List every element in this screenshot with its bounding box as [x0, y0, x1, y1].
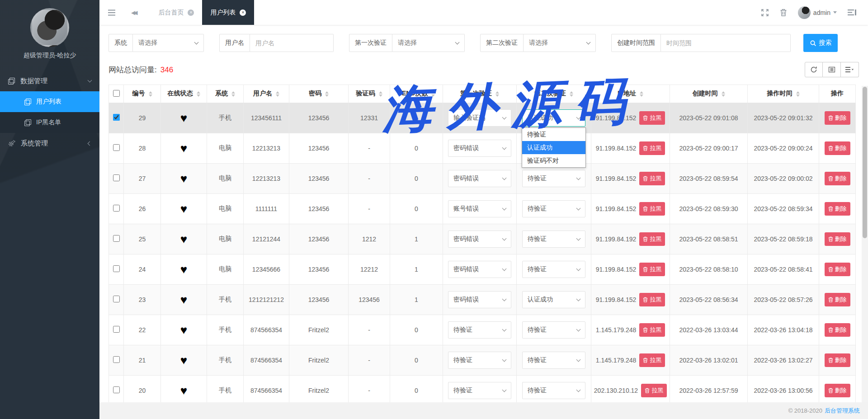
column-header[interactable]: 操作时间 — [748, 85, 819, 103]
hamburger-menu-icon[interactable] — [108, 9, 116, 16]
row-checkbox[interactable] — [113, 326, 120, 333]
delete-button[interactable]: 删除 — [825, 232, 850, 246]
sort-icon[interactable] — [149, 91, 152, 97]
row-checkbox[interactable] — [113, 174, 120, 181]
user-avatar[interactable] — [30, 8, 69, 47]
sort-icon[interactable] — [231, 91, 235, 97]
second-verify-status-select[interactable]: 待验证 — [522, 170, 585, 187]
refresh-button[interactable] — [805, 62, 823, 77]
column-header[interactable]: 验证码 — [349, 85, 390, 103]
close-icon[interactable]: × — [188, 9, 194, 16]
second-verify-status-select[interactable]: 待验证 — [522, 352, 585, 369]
first-verify-status-select[interactable]: 账号错误 — [448, 200, 511, 217]
trash-icon[interactable] — [780, 9, 787, 16]
first-verify-status-select[interactable]: 密码错误 — [448, 140, 511, 157]
sidebar-item-ip-blacklist[interactable]: IP黑名单 — [0, 112, 99, 133]
first-verify-status-select[interactable]: 密码错误 — [448, 261, 511, 278]
delete-button[interactable]: 删除 — [825, 323, 850, 337]
dropdown-option[interactable]: 认证成功 — [522, 141, 585, 154]
blacklist-button[interactable]: 拉黑 — [639, 172, 665, 185]
first-verify-status-select[interactable]: 密码错误 — [448, 231, 511, 248]
blacklist-button[interactable]: 拉黑 — [639, 232, 665, 246]
columns-menu-button[interactable] — [841, 62, 859, 77]
delete-button[interactable]: 删除 — [825, 111, 850, 125]
blacklist-button[interactable]: 拉黑 — [641, 384, 667, 397]
column-header[interactable]: 操作 — [819, 85, 856, 103]
user-menu[interactable]: admin — [798, 6, 837, 19]
close-icon[interactable]: × — [240, 9, 246, 16]
scrollbar-track[interactable] — [862, 86, 868, 402]
column-header[interactable]: 创建时间 — [670, 85, 748, 103]
sort-icon[interactable] — [495, 91, 499, 97]
column-header[interactable]: 系统 — [207, 85, 244, 103]
blacklist-button[interactable]: 拉黑 — [639, 353, 665, 367]
column-header[interactable]: 编号 — [124, 85, 161, 103]
column-header[interactable]: 第二次验证 — [517, 85, 591, 103]
sort-icon[interactable] — [276, 91, 279, 97]
delete-button[interactable]: 删除 — [825, 172, 850, 185]
second-verify-status-select[interactable]: 认证成功 — [522, 109, 585, 127]
blacklist-button[interactable]: 拉黑 — [639, 141, 665, 155]
scroll-tabs-left-icon[interactable]: ◀◀ — [131, 9, 138, 16]
first-verify-select[interactable]: 请选择 — [392, 34, 465, 52]
blacklist-button[interactable]: 拉黑 — [639, 293, 665, 306]
system-name-link[interactable]: 后台管理系统 — [825, 407, 860, 415]
sort-icon[interactable] — [796, 91, 800, 97]
username-input[interactable] — [255, 39, 328, 47]
second-verify-select[interactable]: 请选择 — [524, 34, 596, 52]
row-checkbox[interactable] — [113, 235, 120, 242]
second-verify-status-select[interactable]: 认证成功 — [522, 291, 585, 308]
sidebar-item-data-management[interactable]: 数据管理 — [0, 71, 99, 91]
first-verify-status-select[interactable]: 输入验证码 — [448, 109, 511, 127]
detail-view-button[interactable] — [823, 62, 841, 77]
second-verify-status-select[interactable]: 待验证 — [522, 231, 585, 248]
second-verify-status-select[interactable]: 待验证 — [522, 321, 585, 339]
first-verify-status-select[interactable]: 密码错误 — [448, 170, 511, 187]
delete-button[interactable]: 删除 — [825, 353, 850, 367]
sort-icon[interactable] — [379, 91, 382, 97]
sort-icon[interactable] — [640, 91, 643, 97]
first-verify-status-select[interactable]: 待验证 — [448, 382, 511, 399]
select-all-checkbox[interactable] — [113, 90, 120, 97]
row-checkbox[interactable] — [113, 205, 120, 212]
blacklist-button[interactable]: 拉黑 — [639, 263, 665, 276]
delete-button[interactable]: 删除 — [825, 293, 850, 306]
row-checkbox[interactable] — [113, 356, 120, 363]
fullscreen-icon[interactable] — [761, 9, 769, 17]
column-header[interactable]: 密码 — [289, 85, 349, 103]
row-checkbox[interactable] — [113, 144, 120, 151]
column-header[interactable]: 在线状态 — [161, 85, 207, 103]
scrollbar-thumb[interactable] — [863, 87, 867, 238]
column-header[interactable]: 第一次验证 — [443, 85, 517, 103]
tab-home[interactable]: 后台首页 × — [150, 0, 202, 25]
time-range-input[interactable] — [666, 39, 785, 47]
theme-list-icon[interactable] — [848, 9, 856, 16]
blacklist-button[interactable]: 拉黑 — [639, 111, 665, 125]
row-checkbox[interactable] — [113, 114, 120, 121]
sort-icon[interactable] — [722, 91, 725, 97]
second-verify-status-select[interactable]: 待验证 — [522, 200, 585, 217]
blacklist-button[interactable]: 拉黑 — [639, 202, 665, 216]
row-checkbox[interactable] — [113, 386, 120, 393]
column-header[interactable]: SEND次数 — [390, 85, 443, 103]
second-verify-status-select[interactable]: 待验证 — [522, 382, 585, 399]
second-verify-status-select[interactable]: 待验证 — [522, 261, 585, 278]
sidebar-item-system-management[interactable]: 系统管理 — [0, 133, 99, 154]
sort-icon[interactable] — [431, 91, 435, 97]
column-header[interactable]: IP地址 — [591, 85, 670, 103]
sort-icon[interactable] — [325, 91, 329, 97]
first-verify-status-select[interactable]: 密码错误 — [448, 291, 511, 308]
delete-button[interactable]: 删除 — [825, 202, 850, 216]
search-button[interactable]: 搜索 — [803, 34, 838, 52]
first-verify-status-select[interactable]: 待验证 — [448, 352, 511, 369]
sort-icon[interactable] — [570, 91, 573, 97]
blacklist-button[interactable]: 拉黑 — [639, 323, 665, 337]
delete-button[interactable]: 删除 — [825, 141, 850, 155]
system-select[interactable]: 请选择 — [133, 34, 204, 52]
first-verify-status-select[interactable]: 待验证 — [448, 321, 511, 339]
sidebar-item-user-list[interactable]: 用户列表 — [0, 91, 99, 112]
column-header[interactable]: 用户名 — [244, 85, 289, 103]
delete-button[interactable]: 删除 — [825, 263, 850, 276]
dropdown-option[interactable]: 待验证 — [522, 128, 585, 141]
delete-button[interactable]: 删除 — [825, 384, 850, 397]
